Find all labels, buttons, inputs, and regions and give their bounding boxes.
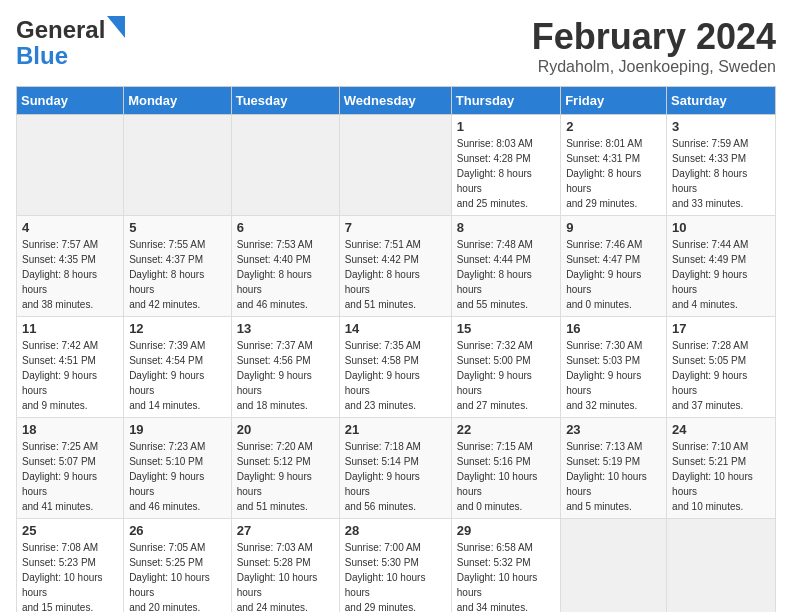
- calendar-cell: 8Sunrise: 7:48 AMSunset: 4:44 PMDaylight…: [451, 216, 560, 317]
- daylight-text: Daylight: 9 hours hours: [345, 370, 420, 396]
- daylight-text-2: and 38 minutes.: [22, 299, 93, 310]
- day-info: Sunrise: 7:28 AMSunset: 5:05 PMDaylight:…: [672, 338, 770, 413]
- daylight-text: Daylight: 10 hours hours: [237, 572, 318, 598]
- day-number: 16: [566, 321, 661, 336]
- sunrise-text: Sunrise: 7:25 AM: [22, 441, 98, 452]
- sunset-text: Sunset: 5:07 PM: [22, 456, 96, 467]
- daylight-text: Daylight: 10 hours hours: [566, 471, 647, 497]
- logo: General Blue: [16, 16, 105, 70]
- sunset-text: Sunset: 5:05 PM: [672, 355, 746, 366]
- day-number: 14: [345, 321, 446, 336]
- calendar-cell: 1Sunrise: 8:03 AMSunset: 4:28 PMDaylight…: [451, 115, 560, 216]
- sunset-text: Sunset: 4:40 PM: [237, 254, 311, 265]
- sunset-text: Sunset: 5:16 PM: [457, 456, 531, 467]
- calendar-cell: 11Sunrise: 7:42 AMSunset: 4:51 PMDayligh…: [17, 317, 124, 418]
- sunrise-text: Sunrise: 7:42 AM: [22, 340, 98, 351]
- sunset-text: Sunset: 5:21 PM: [672, 456, 746, 467]
- day-number: 1: [457, 119, 555, 134]
- sunset-text: Sunset: 4:37 PM: [129, 254, 203, 265]
- sunrise-text: Sunrise: 7:30 AM: [566, 340, 642, 351]
- daylight-text: Daylight: 8 hours hours: [345, 269, 420, 295]
- sunset-text: Sunset: 4:44 PM: [457, 254, 531, 265]
- sunset-text: Sunset: 4:28 PM: [457, 153, 531, 164]
- day-number: 29: [457, 523, 555, 538]
- calendar-cell: 15Sunrise: 7:32 AMSunset: 5:00 PMDayligh…: [451, 317, 560, 418]
- sunrise-text: Sunrise: 7:28 AM: [672, 340, 748, 351]
- sunrise-text: Sunrise: 7:05 AM: [129, 542, 205, 553]
- page-subtitle: Rydaholm, Joenkoeping, Sweden: [532, 58, 776, 76]
- daylight-text: Daylight: 8 hours hours: [22, 269, 97, 295]
- sunset-text: Sunset: 5:03 PM: [566, 355, 640, 366]
- day-info: Sunrise: 7:46 AMSunset: 4:47 PMDaylight:…: [566, 237, 661, 312]
- calendar-cell: 9Sunrise: 7:46 AMSunset: 4:47 PMDaylight…: [561, 216, 667, 317]
- sunset-text: Sunset: 4:58 PM: [345, 355, 419, 366]
- daylight-text-2: and 24 minutes.: [237, 602, 308, 612]
- daylight-text: Daylight: 8 hours hours: [129, 269, 204, 295]
- daylight-text-2: and 5 minutes.: [566, 501, 632, 512]
- daylight-text-2: and 42 minutes.: [129, 299, 200, 310]
- day-number: 24: [672, 422, 770, 437]
- daylight-text-2: and 15 minutes.: [22, 602, 93, 612]
- daylight-text-2: and 29 minutes.: [566, 198, 637, 209]
- day-info: Sunrise: 7:57 AMSunset: 4:35 PMDaylight:…: [22, 237, 118, 312]
- sunset-text: Sunset: 4:35 PM: [22, 254, 96, 265]
- day-info: Sunrise: 8:03 AMSunset: 4:28 PMDaylight:…: [457, 136, 555, 211]
- svg-marker-0: [107, 16, 125, 38]
- day-info: Sunrise: 7:18 AMSunset: 5:14 PMDaylight:…: [345, 439, 446, 514]
- daylight-text: Daylight: 8 hours hours: [457, 269, 532, 295]
- calendar-header: Sunday Monday Tuesday Wednesday Thursday…: [17, 87, 776, 115]
- calendar-week-3: 11Sunrise: 7:42 AMSunset: 4:51 PMDayligh…: [17, 317, 776, 418]
- logo-text: General: [16, 16, 105, 43]
- day-info: Sunrise: 7:48 AMSunset: 4:44 PMDaylight:…: [457, 237, 555, 312]
- header: General Blue February 2024 Rydaholm, Joe…: [16, 16, 776, 76]
- daylight-text: Daylight: 8 hours hours: [566, 168, 641, 194]
- daylight-text: Daylight: 10 hours hours: [457, 572, 538, 598]
- sunrise-text: Sunrise: 7:39 AM: [129, 340, 205, 351]
- daylight-text-2: and 41 minutes.: [22, 501, 93, 512]
- daylight-text-2: and 32 minutes.: [566, 400, 637, 411]
- calendar-cell: 24Sunrise: 7:10 AMSunset: 5:21 PMDayligh…: [667, 418, 776, 519]
- sunrise-text: Sunrise: 8:01 AM: [566, 138, 642, 149]
- calendar-cell: [339, 115, 451, 216]
- calendar-week-4: 18Sunrise: 7:25 AMSunset: 5:07 PMDayligh…: [17, 418, 776, 519]
- daylight-text: Daylight: 9 hours hours: [129, 471, 204, 497]
- daylight-text-2: and 56 minutes.: [345, 501, 416, 512]
- day-info: Sunrise: 7:23 AMSunset: 5:10 PMDaylight:…: [129, 439, 226, 514]
- day-info: Sunrise: 7:20 AMSunset: 5:12 PMDaylight:…: [237, 439, 334, 514]
- day-info: Sunrise: 7:39 AMSunset: 4:54 PMDaylight:…: [129, 338, 226, 413]
- daylight-text-2: and 29 minutes.: [345, 602, 416, 612]
- sunset-text: Sunset: 5:32 PM: [457, 557, 531, 568]
- day-info: Sunrise: 7:30 AMSunset: 5:03 PMDaylight:…: [566, 338, 661, 413]
- col-monday: Monday: [124, 87, 232, 115]
- day-number: 22: [457, 422, 555, 437]
- day-number: 13: [237, 321, 334, 336]
- sunset-text: Sunset: 4:49 PM: [672, 254, 746, 265]
- day-number: 18: [22, 422, 118, 437]
- calendar-cell: 12Sunrise: 7:39 AMSunset: 4:54 PMDayligh…: [124, 317, 232, 418]
- day-info: Sunrise: 7:44 AMSunset: 4:49 PMDaylight:…: [672, 237, 770, 312]
- day-number: 15: [457, 321, 555, 336]
- calendar-cell: 10Sunrise: 7:44 AMSunset: 4:49 PMDayligh…: [667, 216, 776, 317]
- daylight-text-2: and 0 minutes.: [566, 299, 632, 310]
- calendar-cell: 13Sunrise: 7:37 AMSunset: 4:56 PMDayligh…: [231, 317, 339, 418]
- calendar-cell: 14Sunrise: 7:35 AMSunset: 4:58 PMDayligh…: [339, 317, 451, 418]
- calendar-cell: [17, 115, 124, 216]
- calendar-body: 1Sunrise: 8:03 AMSunset: 4:28 PMDaylight…: [17, 115, 776, 613]
- sunset-text: Sunset: 4:54 PM: [129, 355, 203, 366]
- calendar-week-2: 4Sunrise: 7:57 AMSunset: 4:35 PMDaylight…: [17, 216, 776, 317]
- calendar-cell: 17Sunrise: 7:28 AMSunset: 5:05 PMDayligh…: [667, 317, 776, 418]
- daylight-text: Daylight: 9 hours hours: [129, 370, 204, 396]
- sunset-text: Sunset: 5:12 PM: [237, 456, 311, 467]
- sunrise-text: Sunrise: 7:20 AM: [237, 441, 313, 452]
- day-number: 27: [237, 523, 334, 538]
- sunrise-text: Sunrise: 7:57 AM: [22, 239, 98, 250]
- calendar-cell: 22Sunrise: 7:15 AMSunset: 5:16 PMDayligh…: [451, 418, 560, 519]
- calendar-cell: 26Sunrise: 7:05 AMSunset: 5:25 PMDayligh…: [124, 519, 232, 613]
- daylight-text: Daylight: 9 hours hours: [566, 269, 641, 295]
- daylight-text: Daylight: 10 hours hours: [345, 572, 426, 598]
- calendar-cell: 5Sunrise: 7:55 AMSunset: 4:37 PMDaylight…: [124, 216, 232, 317]
- day-number: 12: [129, 321, 226, 336]
- calendar-cell: 19Sunrise: 7:23 AMSunset: 5:10 PMDayligh…: [124, 418, 232, 519]
- daylight-text-2: and 18 minutes.: [237, 400, 308, 411]
- daylight-text: Daylight: 9 hours hours: [237, 370, 312, 396]
